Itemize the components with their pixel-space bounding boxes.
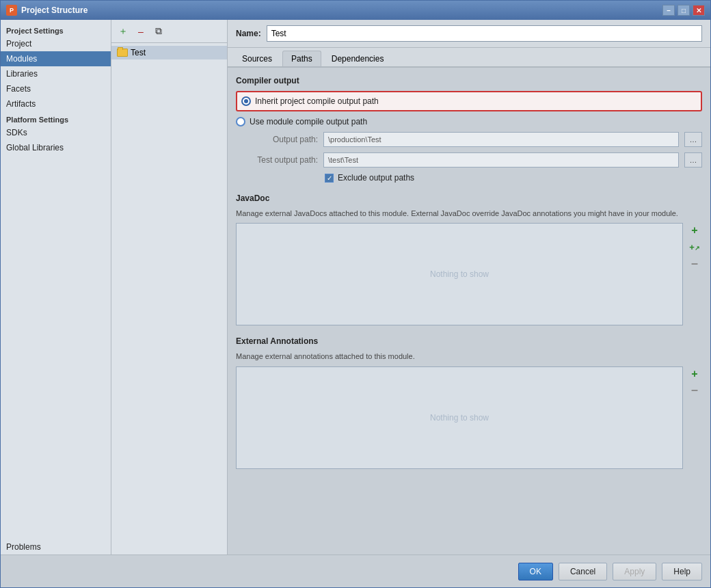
javadoc-add-url-button[interactable]: +↗ [687,239,702,254]
module-toolbar: ＋ – ⧉ [111,20,227,43]
test-output-path-label: Test output path: [236,155,318,165]
main-panel: Name: Sources Paths Dependencies Compile… [228,20,710,554]
compiler-output-section: Compiler output Inherit project compile … [236,76,702,183]
use-module-radio-option[interactable]: Use module compile output path [236,117,702,126]
folder-icon [117,49,128,57]
ext-annotations-add-button[interactable]: + [687,366,702,382]
project-structure-window: P Project Structure – □ ✕ Project Settin… [0,0,711,588]
sidebar: Project Settings Project Modules Librari… [1,20,111,554]
inherit-radio-option[interactable]: Inherit project compile output path [236,91,702,111]
javadoc-title: JavaDoc [236,193,702,203]
tab-paths[interactable]: Paths [282,51,321,66]
exclude-output-paths-label: Exclude output paths [338,173,414,183]
tab-dependencies[interactable]: Dependencies [323,51,393,66]
app-icon: P [6,5,17,16]
tab-sources[interactable]: Sources [233,51,281,66]
output-path-row: Output path: … [236,132,702,147]
sidebar-item-facets[interactable]: Facets [1,81,111,96]
sidebar-item-project[interactable]: Project [1,36,111,51]
ext-annotations-desc: Manage external annotations attached to … [236,351,702,362]
sidebar-item-artifacts[interactable]: Artifacts [1,96,111,111]
exclude-output-paths-checkbox[interactable] [325,174,334,183]
compiler-output-radio-group: Inherit project compile output path Use … [236,91,702,126]
ext-annotations-list-panel: Nothing to show [236,366,683,469]
ext-annotations-empty-label: Nothing to show [430,413,489,423]
module-list-item[interactable]: Test [111,46,227,59]
sidebar-item-problems[interactable]: Problems [1,539,111,554]
name-row: Name: [228,20,710,48]
javadoc-section: JavaDoc Manage external JavaDocs attache… [236,193,702,325]
platform-settings-label: Platform Settings [1,111,111,125]
cancel-button[interactable]: Cancel [559,563,607,580]
copy-module-button[interactable]: ⧉ [151,24,166,39]
inherit-radio-label: Inherit project compile output path [255,96,379,106]
maximize-button[interactable]: □ [678,5,690,16]
close-button[interactable]: ✕ [693,5,705,16]
apply-button[interactable]: Apply [613,563,656,580]
ext-annotations-title: External Annotations [236,336,702,346]
window-controls: – □ ✕ [662,5,705,16]
exclude-output-paths-row: Exclude output paths [325,173,702,183]
javadoc-list-panel: Nothing to show [236,223,683,325]
javadoc-remove-button[interactable]: – [687,256,702,271]
remove-module-button[interactable]: – [133,24,148,39]
help-button[interactable]: Help [662,563,702,580]
module-name: Test [131,48,146,57]
output-path-browse-button[interactable]: … [684,132,702,147]
test-output-path-input[interactable] [323,152,679,168]
module-panel: ＋ – ⧉ Test [111,20,228,554]
project-settings-label: Project Settings [1,23,111,36]
test-output-path-browse-button[interactable]: … [684,152,702,168]
name-input[interactable] [267,25,702,42]
add-module-button[interactable]: ＋ [116,24,131,39]
minimize-button[interactable]: – [662,5,675,16]
use-module-radio-button[interactable] [236,117,245,126]
sidebar-item-sdks[interactable]: SDKs [1,125,111,140]
main-content: Project Settings Project Modules Librari… [1,20,710,554]
titlebar: P Project Structure – □ ✕ [1,1,710,20]
ok-button[interactable]: OK [518,563,553,580]
bottom-bar: OK Cancel Apply Help [1,554,710,587]
output-path-input[interactable] [323,132,679,147]
module-list: Test [111,43,227,554]
name-label: Name: [236,29,261,38]
tabs-bar: Sources Paths Dependencies [228,48,710,68]
javadoc-add-button[interactable]: + [687,223,702,238]
sidebar-item-libraries[interactable]: Libraries [1,66,111,81]
window-title: Project Structure [21,5,662,15]
test-output-path-row: Test output path: … [236,152,702,168]
use-module-radio-label: Use module compile output path [250,117,367,126]
ext-annotations-remove-button[interactable]: – [687,383,702,398]
sidebar-item-modules[interactable]: Modules [1,51,111,66]
compiler-output-title: Compiler output [236,76,702,85]
output-path-label: Output path: [236,135,318,144]
inherit-radio-button[interactable] [241,96,251,106]
tab-content-paths: Compiler output Inherit project compile … [228,68,710,554]
ext-annotations-section: External Annotations Manage external ann… [236,336,702,468]
sidebar-item-global-libraries[interactable]: Global Libraries [1,140,111,155]
javadoc-desc: Manage external JavaDocs attached to thi… [236,209,702,219]
javadoc-empty-label: Nothing to show [430,269,489,279]
